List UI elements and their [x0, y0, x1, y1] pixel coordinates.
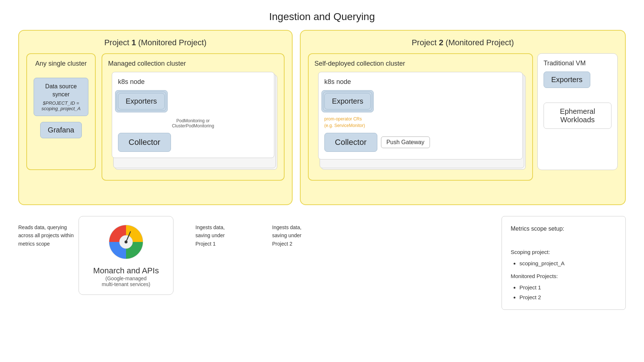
pod-monitoring-label: PodMonitoring orClusterPodMonitoring [118, 118, 268, 128]
k8s-node-title-p1: k8s node [118, 78, 268, 86]
traditional-vm-title: Traditional VM [544, 59, 611, 67]
collector-label-p1: Collector [129, 138, 160, 147]
svg-point-3 [125, 240, 127, 243]
push-gateway-label: Push Gateway [386, 139, 424, 145]
exporters-label-vm: Exporters [551, 76, 583, 84]
project1-title: Project 1 (Monitored Project) [26, 38, 285, 47]
monarch-wheel-icon [108, 224, 144, 260]
push-gateway-box: Push Gateway [381, 136, 430, 148]
scoping-project-value: scoping_project_A [519, 258, 617, 268]
data-source-syncer-box: Data sourcesyncer $PROJECT_ID =scoping_p… [34, 78, 88, 116]
k8s-node-title-p2: k8s node [324, 78, 517, 86]
reads-data-text: Reads data, querying across all projects… [18, 216, 75, 248]
self-deployed-title: Self-deployed collection cluster [315, 60, 526, 68]
page-wrapper: Ingestion and Querying Project 1 (Monito… [0, 0, 644, 362]
ephemeral-workloads-box: EphemeralWorkloads [544, 103, 611, 129]
ingests-text-1: Ingests data,saving underProject 1 [195, 223, 243, 248]
exporters-label-p2: Exporters [332, 97, 363, 105]
monitored-project-1: Project 1 [519, 282, 617, 292]
monarch-title: Monarch and APIs [86, 266, 166, 276]
project2-title: Project 2 (Monitored Project) [308, 38, 618, 47]
exporters-box-p2: Exporters [324, 93, 371, 109]
collector-push-gateway-row: Collector Push Gateway [324, 133, 517, 152]
any-single-cluster-box: Any single cluster Data sourcesyncer $PR… [26, 53, 96, 170]
prom-operator-label: prom-operator CRs(e.g. ServiceMonitor) [324, 116, 365, 128]
k8s-node-stack-p1: k8s node Exporters [112, 72, 274, 167]
monitored-projects-label: Monitored Projects: Project 1 Project 2 [511, 271, 617, 302]
monarch-box: Monarch and APIs (Google-managedmulti-te… [79, 216, 174, 295]
exporters-box-vm: Exporters [544, 72, 590, 88]
data-source-text: Data sourcesyncer [38, 82, 84, 99]
ephemeral-label: EphemeralWorkloads [560, 107, 595, 124]
collector-box-p2: Collector [324, 133, 377, 152]
k8s-node-card-p2: k8s node Exporters [318, 72, 523, 159]
project1-box: Project 1 (Monitored Project) Any single… [18, 30, 293, 205]
project2-box: Project 2 (Monitored Project) Self-deplo… [300, 30, 626, 205]
page-title: Ingestion and Querying [0, 0, 644, 30]
monitored-project-2: Project 2 [519, 292, 617, 302]
ingests-text-2: Ingests data,saving underProject 2 [272, 223, 320, 248]
exporters-label-p1: Exporters [126, 97, 157, 105]
grafana-box: Grafana [40, 122, 82, 138]
exporters-box-p1: Exporters [118, 93, 165, 109]
managed-collection-cluster-box: Managed collection cluster k8s node [102, 53, 285, 181]
scoping-project-label: Scoping project: scoping_project_A [511, 247, 617, 268]
collector-label-p2: Collector [335, 138, 367, 147]
metrics-scope-box: Metrics scope setup: Scoping project: sc… [502, 216, 626, 310]
managed-collection-title: Managed collection cluster [108, 60, 278, 68]
self-deployed-cluster-box: Self-deployed collection cluster k8s nod… [308, 53, 533, 181]
any-single-cluster-title: Any single cluster [35, 60, 87, 68]
k8s-node-card-p1: k8s node Exporters [112, 72, 274, 158]
monarch-subtitle: (Google-managedmulti-tenant services) [86, 276, 166, 287]
data-source-sub: $PROJECT_ID =scoping_project_A [38, 100, 84, 111]
collector-box-p1: Collector [118, 133, 171, 152]
metrics-scope-title: Metrics scope setup: [511, 224, 617, 234]
traditional-vm-box: Traditional VM Exporters EphemeralWorklo… [537, 53, 618, 170]
grafana-label: Grafana [48, 126, 74, 134]
